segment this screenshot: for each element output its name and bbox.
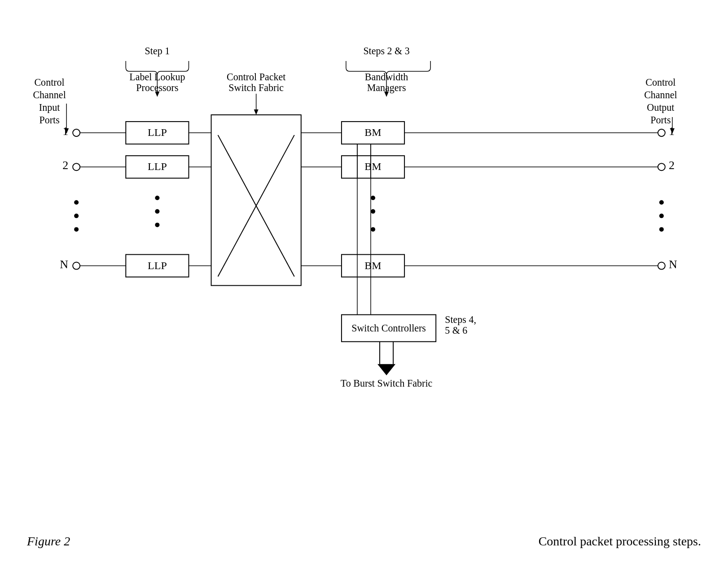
svg-point-23 <box>73 129 80 136</box>
svg-text:Control Packet: Control Packet <box>227 71 285 83</box>
svg-text:Control: Control <box>645 77 675 88</box>
svg-text:Output: Output <box>647 102 674 113</box>
figure-caption: Control packet processing steps. <box>539 534 701 549</box>
svg-text:Channel: Channel <box>644 89 677 100</box>
svg-point-41 <box>659 200 664 205</box>
figure-label: Figure 2 <box>27 534 70 549</box>
svg-point-48 <box>155 196 159 200</box>
svg-point-40 <box>658 262 665 269</box>
svg-point-61 <box>371 209 375 213</box>
svg-text:LLP: LLP <box>148 126 167 138</box>
svg-text:Label Lookup: Label Lookup <box>129 71 185 83</box>
svg-text:Channel: Channel <box>33 89 66 100</box>
svg-text:2: 2 <box>62 159 68 172</box>
svg-text:Bandwidth: Bandwidth <box>365 71 408 83</box>
footer: Figure 2 Control packet processing steps… <box>27 534 701 549</box>
svg-point-60 <box>371 196 375 200</box>
svg-text:BM: BM <box>364 126 381 138</box>
svg-text:Processors: Processors <box>136 82 178 93</box>
svg-text:5 & 6: 5 & 6 <box>445 325 467 336</box>
svg-point-49 <box>155 209 159 213</box>
svg-marker-12 <box>254 109 259 115</box>
svg-point-62 <box>371 227 375 231</box>
svg-text:BM: BM <box>364 161 381 172</box>
svg-point-30 <box>74 200 79 205</box>
svg-point-50 <box>155 222 159 227</box>
svg-text:LLP: LLP <box>148 260 167 271</box>
svg-text:LLP: LLP <box>148 161 167 172</box>
svg-text:Steps 2 & 3: Steps 2 & 3 <box>363 45 409 57</box>
svg-point-32 <box>74 227 79 231</box>
svg-text:BM: BM <box>364 260 381 271</box>
svg-text:2: 2 <box>669 159 675 172</box>
svg-text:N: N <box>60 258 68 271</box>
svg-text:Steps 4,: Steps 4, <box>445 314 476 325</box>
svg-marker-71 <box>377 364 395 375</box>
svg-text:Switch Controllers: Switch Controllers <box>351 322 426 334</box>
svg-text:Ports: Ports <box>39 114 59 126</box>
svg-point-43 <box>659 227 664 231</box>
svg-text:Managers: Managers <box>367 82 406 93</box>
svg-point-42 <box>659 213 664 218</box>
svg-rect-53 <box>211 115 301 285</box>
svg-text:To Burst Switch Fabric: To Burst Switch Fabric <box>341 378 433 389</box>
svg-point-31 <box>74 213 79 218</box>
svg-text:N: N <box>669 258 677 271</box>
svg-text:Control: Control <box>34 77 64 88</box>
svg-point-34 <box>658 129 665 136</box>
svg-text:Input: Input <box>39 102 60 113</box>
svg-text:Ports: Ports <box>650 114 671 126</box>
svg-point-29 <box>73 262 80 269</box>
svg-point-27 <box>73 163 80 170</box>
svg-text:Step 1: Step 1 <box>145 45 170 57</box>
svg-text:Switch Fabric: Switch Fabric <box>228 82 284 93</box>
diagram-container: Control Channel Input Ports Step 1 Label… <box>18 18 710 508</box>
svg-point-38 <box>658 163 665 170</box>
